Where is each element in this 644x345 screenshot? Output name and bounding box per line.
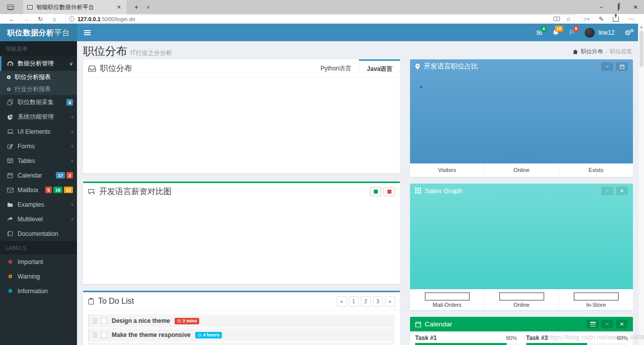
sidebar-item-mailbox[interactable]: Mailbox 5 16 12 — [0, 183, 77, 197]
favorite-star-icon[interactable]: ☆ — [566, 16, 572, 23]
page-next-button[interactable]: » — [385, 296, 395, 307]
notifications-badge: 10 — [555, 26, 562, 32]
tab-title: 智能职位数据分析平台 — [36, 4, 112, 11]
page-prev-button[interactable]: « — [337, 296, 347, 307]
minimize-button[interactable]: − — [593, 4, 610, 10]
knob-mail-orders[interactable] — [425, 292, 470, 301]
knob-label: Online — [514, 302, 530, 308]
share-arrow-icon — [7, 216, 14, 222]
knob-label: Mail-Orders — [433, 302, 461, 308]
refresh-icon[interactable]: ↻ — [33, 16, 47, 23]
remove-button[interactable]: ✕ — [616, 320, 628, 328]
remove-button[interactable] — [383, 187, 395, 196]
site-info-icon[interactable]: i — [69, 16, 74, 22]
collapse-button[interactable] — [370, 187, 381, 196]
tab-dropdown-icon[interactable]: ∨ — [146, 5, 150, 10]
calendar-badge-1: 17 — [56, 172, 65, 179]
todo-box-title: To Do List — [98, 297, 134, 306]
more-options-icon[interactable]: ⋯ — [628, 16, 635, 23]
drag-handle-icon[interactable] — [94, 332, 97, 337]
todo-checkbox[interactable] — [101, 332, 107, 338]
envelope-icon — [7, 188, 14, 193]
calendar-tool-button[interactable] — [616, 62, 628, 71]
page-1-button[interactable]: 1 — [349, 296, 359, 307]
table-icon — [7, 158, 14, 163]
tab-close-icon[interactable]: ✕ — [116, 4, 122, 11]
tab-preview-icon[interactable] — [7, 5, 14, 10]
todo-checkbox[interactable] — [101, 318, 107, 324]
new-tab-button[interactable]: + — [134, 3, 138, 11]
book-icon — [7, 231, 14, 236]
drag-handle-icon[interactable] — [94, 318, 97, 323]
sidebar-toggle-button[interactable] — [77, 24, 97, 41]
red-circle-icon — [9, 260, 12, 264]
sidebar-item-system-manage[interactable]: 系统功能管理 ‹ — [0, 110, 77, 124]
remove-button[interactable]: ✕ — [616, 187, 628, 195]
sidebar-item-data-analysis[interactable]: 数据分析管理 ∨ — [0, 56, 77, 71]
collapse-button[interactable]: − — [601, 187, 613, 195]
tab-python[interactable]: Python语言 — [313, 59, 359, 77]
sidebar-item-multilevel[interactable]: Multilevel ‹ — [0, 212, 77, 226]
clock-icon: ◷ — [198, 332, 202, 337]
restore-button[interactable] — [610, 4, 627, 10]
sidebar-item-job-report[interactable]: 职位分析报表 — [0, 71, 77, 83]
sidebar-item-documentation[interactable]: Documentation — [0, 226, 77, 241]
back-icon[interactable]: ← — [5, 16, 19, 23]
user-menu[interactable]: line12 — [585, 24, 614, 41]
tasks-badge: 9 — [574, 26, 579, 32]
breadcrumb-home[interactable]: 职位分布 — [581, 48, 603, 55]
sidebar-item-data-collect[interactable]: 职位数据采集 4 — [0, 95, 77, 110]
knob-in-store[interactable] — [574, 292, 619, 301]
close-button[interactable]: ✕ — [627, 4, 644, 11]
url-text[interactable]: 127.0.0.1:5000/login.do — [77, 16, 550, 22]
url-field[interactable]: i 127.0.0.1:5000/login.do ☆ — [65, 15, 575, 23]
sidebar-item-warning[interactable]: Warning — [0, 269, 77, 284]
todo-item[interactable]: Make the theme responsive ◷4 hours — [88, 328, 395, 341]
brand-logo[interactable]: 职位数据分析平台 — [0, 24, 77, 41]
page-3-button[interactable]: 3 — [373, 296, 383, 307]
reading-view-icon[interactable] — [553, 17, 560, 21]
browser-tab[interactable]: 智能职位数据分析平台 ✕ — [23, 0, 126, 14]
sidebar-item-tables[interactable]: Tables ‹ — [0, 153, 77, 168]
page-scrollbar[interactable]: ▲ — [638, 24, 644, 345]
sidebar-item-calendar[interactable]: Calendar 17 3 — [0, 168, 77, 183]
sidebar-item-information[interactable]: Information — [0, 284, 77, 298]
tasks-menu[interactable]: ⚐ 9 — [569, 24, 575, 41]
settings-gear-icon[interactable]: ⚙⚙ — [624, 24, 634, 41]
scroll-up-icon[interactable]: ▲ — [638, 24, 644, 29]
notifications-menu[interactable]: 10 — [552, 24, 559, 41]
scrollbar-thumb[interactable] — [639, 31, 643, 67]
knob-online[interactable] — [499, 292, 544, 301]
time-badge: ◷2 mins — [175, 318, 199, 324]
pie-chart-icon — [7, 114, 14, 120]
task-percent: 90% — [506, 335, 517, 341]
collapse-button[interactable]: − — [601, 320, 613, 328]
task-percent: 60% — [617, 335, 628, 341]
share-icon[interactable] — [613, 17, 619, 22]
window-controls: − ✕ — [593, 0, 644, 14]
annotate-pen-icon[interactable]: ✎ — [599, 16, 604, 23]
home-icon[interactable]: ⌂ — [47, 16, 61, 23]
page-favicon-icon — [27, 5, 33, 10]
bars-icon — [590, 322, 596, 326]
page-2-button[interactable]: 2 — [361, 296, 371, 307]
sidebar-item-ui-elements[interactable]: UI Elements ‹ — [0, 124, 77, 139]
messages-menu[interactable]: ✉ 4 — [536, 24, 542, 41]
salary-chart-area — [83, 200, 400, 284]
chevron-left-icon: ‹ — [71, 158, 73, 163]
forward-icon[interactable]: → — [19, 16, 33, 23]
home-icon — [573, 49, 578, 54]
menu-tool-button[interactable] — [587, 320, 599, 328]
todo-item[interactable]: Let theme shine like a star ◷1 day — [88, 342, 395, 345]
sidebar-item-industry-report[interactable]: 行业分析报表 — [0, 83, 77, 95]
sidebar-item-examples[interactable]: Examples ‹ — [0, 197, 77, 212]
chevron-down-icon: ∨ — [69, 61, 73, 66]
collapse-button[interactable]: − — [601, 62, 613, 71]
calendar-box: Calendar − ✕ Task #1 90% Task #3 60% — [410, 317, 633, 345]
jobs-box-title: 职位分布 — [100, 63, 132, 74]
favorites-list-icon[interactable]: ☆≡ — [583, 16, 590, 22]
sidebar-item-forms[interactable]: Forms ‹ — [0, 139, 77, 153]
tab-java[interactable]: Java语言 — [359, 59, 400, 77]
sidebar-item-important[interactable]: Important — [0, 254, 77, 269]
todo-item[interactable]: Design a nice theme ◷2 mins — [88, 314, 395, 327]
